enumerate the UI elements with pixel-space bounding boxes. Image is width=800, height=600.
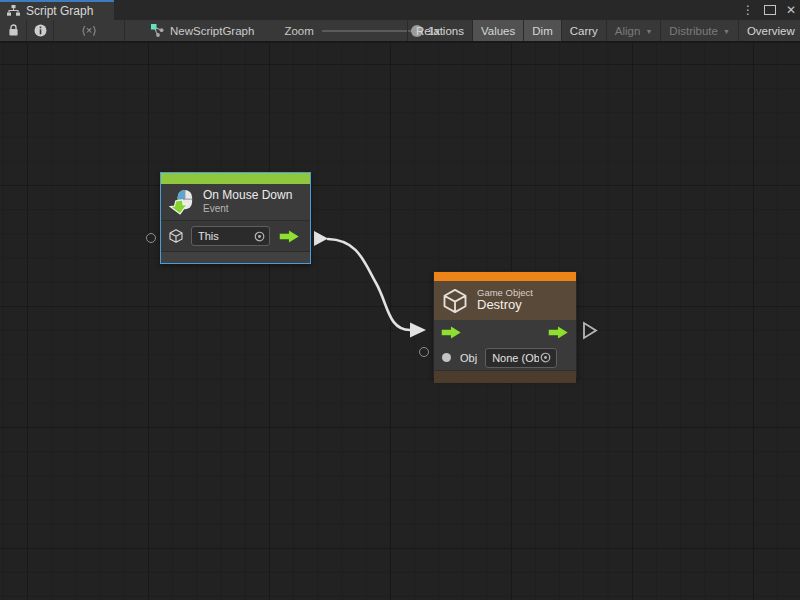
destroy-obj-field[interactable]: None (Object) <box>485 348 557 368</box>
info-icon <box>34 24 47 37</box>
object-picker-icon[interactable] <box>253 230 266 243</box>
dim-button[interactable]: Dim <box>523 20 560 41</box>
gameobject-cube-icon <box>441 287 469 315</box>
chevron-down-icon: ▼ <box>723 28 730 35</box>
toolbar-left-group: ⟨×⟩ NewScriptGraph Zoom 1x <box>0 20 440 41</box>
tab-strip: Script Graph ⋮ ✕ <box>0 0 800 21</box>
flow-input-arrow-icon[interactable] <box>441 326 462 339</box>
event-target-value: This <box>198 230 253 242</box>
event-node-subtitle: Event <box>203 203 292 215</box>
graph-asset-button[interactable]: NewScriptGraph <box>143 20 262 41</box>
lock-button[interactable] <box>0 20 26 41</box>
lock-icon <box>8 24 19 37</box>
flow-output-arrow-icon[interactable] <box>548 326 569 339</box>
destroy-accent-strip <box>434 272 576 281</box>
toolbar-separator <box>124 20 125 41</box>
graph-name-label: NewScriptGraph <box>170 25 254 37</box>
destroy-node-footer <box>434 370 576 383</box>
obj-label: Obj <box>460 352 477 364</box>
destroy-node[interactable]: Game Object Destroy Obj None (Object) <box>433 271 577 378</box>
relations-button[interactable]: Relations <box>407 20 472 41</box>
destroy-node-header[interactable]: Game Object Destroy <box>434 281 576 320</box>
carry-button[interactable]: Carry <box>561 20 606 41</box>
zoom-slider[interactable] <box>322 30 420 32</box>
script-graph-asset-icon <box>151 24 164 37</box>
event-node-header[interactable]: On Mouse Down Event <box>161 184 310 220</box>
code-preview-button[interactable]: ⟨×⟩ <box>54 20 124 41</box>
maximize-icon[interactable] <box>764 5 776 15</box>
chevron-down-icon: ▼ <box>645 28 652 35</box>
obj-port-dot[interactable] <box>442 353 451 362</box>
event-node-footer <box>161 251 310 263</box>
window-controls: ⋮ ✕ <box>742 0 796 20</box>
connection-wire[interactable] <box>328 239 410 330</box>
destroy-flow-input-arrowhead[interactable] <box>410 323 426 338</box>
mouse-down-event-icon <box>168 189 195 216</box>
graph-toolbar: ⟨×⟩ NewScriptGraph Zoom 1x Relations Val… <box>0 20 800 43</box>
gameobject-cube-icon <box>168 228 184 244</box>
event-target-input-port[interactable] <box>146 233 156 243</box>
destroy-obj-row: Obj None (Object) <box>434 345 576 370</box>
values-button[interactable]: Values <box>472 20 523 41</box>
on-mouse-down-node[interactable]: On Mouse Down Event This <box>160 172 311 264</box>
event-node-body: This <box>161 220 310 251</box>
wires-layer <box>0 43 800 600</box>
code-brackets-icon: ⟨×⟩ <box>81 24 96 37</box>
destroy-flow-row <box>434 320 576 345</box>
destroy-obj-value: None (Object) <box>492 352 539 364</box>
window-menu-icon[interactable]: ⋮ <box>742 4 754 16</box>
tab-script-graph[interactable]: Script Graph <box>0 0 114 20</box>
event-node-title: On Mouse Down <box>203 189 292 203</box>
destroy-flow-output-port[interactable] <box>584 323 596 338</box>
event-flow-output-port[interactable] <box>314 231 328 246</box>
object-picker-icon[interactable] <box>539 351 552 364</box>
flow-output-arrow-icon[interactable] <box>279 230 300 243</box>
info-button[interactable] <box>27 20 53 41</box>
zoom-label: Zoom <box>284 25 313 37</box>
distribute-dropdown-button[interactable]: Distribute ▼ <box>660 20 738 41</box>
overview-button[interactable]: Overview <box>738 20 800 41</box>
graph-tab-icon <box>7 5 20 17</box>
graph-canvas[interactable]: On Mouse Down Event This <box>0 43 800 600</box>
event-accent-strip <box>161 173 310 184</box>
close-icon[interactable]: ✕ <box>786 3 796 17</box>
toolbar-right-group: Relations Values Dim Carry Align ▼ Distr… <box>407 20 800 41</box>
destroy-obj-input-port[interactable] <box>419 347 429 357</box>
script-graph-window: { "window": { "tab_title": "Script Graph… <box>0 0 800 600</box>
event-target-field[interactable]: This <box>191 226 270 246</box>
align-dropdown-button[interactable]: Align ▼ <box>606 20 661 41</box>
tab-title: Script Graph <box>26 4 93 18</box>
destroy-node-title: Destroy <box>477 298 533 313</box>
